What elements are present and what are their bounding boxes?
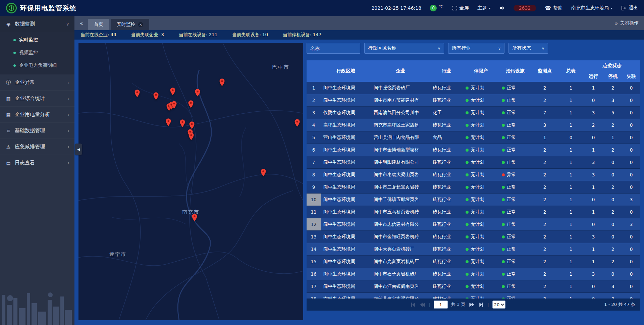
map-pin-icon[interactable]: [194, 89, 201, 97]
next-page-icon[interactable]: [469, 302, 475, 308]
last-page-icon[interactable]: [478, 302, 484, 308]
logout-button[interactable]: 退出: [621, 5, 638, 11]
cell-region: 阆中生态环境局: [321, 156, 371, 168]
table-row[interactable]: 3仪陇生态环境局西南油气田分公司川中化工无计划正常71350: [307, 107, 640, 119]
status-dot-icon: [502, 124, 505, 127]
stat-item: 当前失联设备:10: [232, 32, 268, 38]
map-panel[interactable]: 巴中市南充市遂宁市 ◀: [78, 43, 303, 320]
tabs-scroll-left-icon[interactable]: «: [78, 20, 85, 26]
facility-status-label: 正常: [507, 159, 516, 165]
map-pin-icon[interactable]: [219, 78, 225, 87]
map-collapse-button[interactable]: ◀: [75, 144, 82, 155]
table-row[interactable]: 14阆中生态环境局阆中大兴页岩机砖厂砖瓦行业无计划正常21120: [307, 243, 640, 256]
sidebar-item-realtime-monitoring[interactable]: 实时监控: [0, 34, 74, 46]
theme-dropdown[interactable]: 主题 ▾: [478, 5, 491, 11]
cell-points: 2: [531, 218, 558, 230]
alarm-count-badge[interactable]: 2632: [514, 5, 536, 11]
org-dropdown[interactable]: 南充市生态环境局 ▾: [571, 5, 612, 11]
prev-page-icon[interactable]: [419, 302, 425, 308]
fullscreen-button[interactable]: 全屏: [452, 5, 469, 11]
chevron-left-icon: ‹: [67, 80, 69, 85]
table-row[interactable]: 17阆中生态环境局阆中市江南镇阆南页岩砖瓦行业无计划正常21030: [307, 280, 640, 293]
table-row[interactable]: 10阆中生态环境局阆中千佛镇五郎垭页岩砖瓦行业无计划正常21003: [307, 194, 640, 206]
table-row[interactable]: 1阆中生态环境局阆中强锐页岩砖厂砖瓦行业无计划正常21120: [307, 82, 640, 94]
stat-label: 当前在线企业:: [80, 32, 109, 37]
name-filter-input[interactable]: [310, 43, 357, 53]
cell-meters: 1: [558, 119, 584, 131]
map-pin-icon[interactable]: [171, 101, 177, 109]
table-row[interactable]: 13阆中生态环境局阆中市金福旺页岩机砖砖瓦行业无计划正常21300: [307, 231, 640, 243]
stat-value: 147: [313, 32, 322, 37]
tab-首页[interactable]: 首页: [88, 19, 109, 30]
map-pin-icon[interactable]: [165, 118, 172, 127]
facility-status-label: 异常: [507, 172, 516, 178]
stats-bar: 当前在线企业:44当前失联企业:3当前在线设备:211当前失联设备:10当前停机…: [74, 30, 644, 40]
row-number: 5: [307, 131, 321, 144]
table-row[interactable]: 5营山生态环境局营山县润丰肉食品有限食品无计划正常10010: [307, 131, 640, 144]
sidebar-item-base-data-management[interactable]: ≋基础数据管理‹: [0, 123, 74, 139]
cell-facility-status: 异常: [499, 169, 531, 181]
table-row[interactable]: 11阆中生态环境局阆中市五马桥页岩机砖砖瓦行业无计划正常21120: [307, 206, 640, 218]
table-row[interactable]: 7阆中生态环境局阆中明阳建材有限公司砖瓦行业无计划正常21300: [307, 156, 640, 169]
sidebar-item-enterprise-statistics[interactable]: ▥企业综合统计‹: [0, 91, 74, 107]
table-row[interactable]: 9阆中生态环境局阆中市二龙长宝页岩砖砖瓦行业无计划正常21120: [307, 181, 640, 194]
cell-run: 3: [584, 231, 603, 243]
cell-run: 0: [584, 218, 603, 230]
map-pin-icon[interactable]: [189, 121, 195, 130]
cell-limit-status: 无计划: [463, 94, 499, 106]
sidebar-item-emergency-reduction[interactable]: ⚠应急减排管理‹: [0, 139, 74, 155]
map-pin-icon[interactable]: [191, 213, 198, 222]
help-button[interactable]: ☎ 帮助: [545, 5, 562, 11]
cell-index: 1: [307, 82, 321, 94]
status-dot-icon: [502, 223, 505, 226]
cell-run: 0: [584, 293, 603, 299]
column-subheader: 运行: [584, 71, 603, 82]
map-pin-icon[interactable]: [188, 132, 195, 141]
cell-points: 2: [531, 206, 558, 218]
map-city-label: 遂宁市: [109, 251, 126, 258]
app-header: 环保用电监管系统 2021-02-25 17:46:18 0 ℃ 全屏 主题 ▾…: [0, 0, 644, 16]
sidebar-item-data-monitoring[interactable]: ◉数据监测∨: [0, 16, 74, 32]
cell-index: 6: [307, 144, 321, 156]
name-filter-field[interactable]: [307, 43, 360, 54]
cell-stop: 2: [603, 181, 623, 193]
chevron-left-icon: ‹: [67, 96, 69, 101]
page-size-select[interactable]: 20: [492, 301, 505, 309]
table-row[interactable]: 12阆中生态环境局阆中市忠信建材有限公砖瓦行业无计划正常21003: [307, 218, 640, 231]
map-pin-icon[interactable]: [153, 92, 159, 101]
limit-status-label: 无计划: [471, 221, 484, 227]
table-row[interactable]: 16阆中生态环境局阆中市石子页岩机砖厂砖瓦行业无计划正常21300: [307, 268, 640, 280]
first-page-icon[interactable]: [410, 302, 416, 308]
region-select[interactable]: 行政区域名称 ∨: [364, 43, 444, 54]
map-pin-icon[interactable]: [134, 89, 141, 98]
limit-status-label: 无计划: [471, 296, 484, 299]
map-pin-icon[interactable]: [187, 100, 194, 109]
page-number-input[interactable]: [434, 301, 448, 309]
sidebar-item-log-view[interactable]: ▤日志查看‹: [0, 155, 74, 171]
map-pin-icon[interactable]: [179, 119, 186, 128]
sidebar-item-enterprise-anomaly[interactable]: ⓘ企业异常‹: [0, 74, 74, 91]
alarm-sound-button[interactable]: [499, 5, 505, 11]
map-pin-icon[interactable]: [260, 168, 267, 177]
cell-points: 2: [531, 169, 558, 181]
table-row[interactable]: 8阆中生态环境局阆中市枣碧大梁山页岩砖瓦行业无计划异常21300: [307, 169, 640, 181]
table-row[interactable]: 4高坪生态环境局南充市高坪区王家店建砖瓦行业无计划正常31220: [307, 119, 640, 131]
table-row[interactable]: 15阆中生态环境局阆中市光富页岩机砖厂砖瓦行业无计划正常21120: [307, 256, 640, 268]
sidebar-item-power-load-detail[interactable]: 企业电力负荷明细: [0, 59, 74, 72]
table-row[interactable]: 18南部生态环境局南部县建兴水泥有限公建材行业无计划正常21030: [307, 293, 640, 299]
cell-index: 13: [307, 231, 321, 243]
cell-lost: 0: [623, 268, 640, 280]
status-dot-icon: [502, 136, 505, 139]
status-select[interactable]: 所有状态 ∨: [508, 43, 548, 54]
industry-select[interactable]: 所有行业 ∨: [448, 43, 504, 54]
table-row[interactable]: 2阆中生态环境局阆中市南方节能建材有砖瓦行业无计划正常21030: [307, 94, 640, 107]
tab-实时监控[interactable]: 实时监控×: [111, 19, 149, 30]
close-operations-button[interactable]: » 关闭操作: [614, 20, 641, 26]
map-pin-icon[interactable]: [294, 119, 301, 127]
close-icon[interactable]: ×: [138, 22, 143, 27]
sidebar-item-power-usage-analysis[interactable]: ▦企业用电量分析‹: [0, 107, 74, 123]
sidebar-item-video-monitoring[interactable]: 视频监控: [0, 46, 74, 59]
cell-limit-status: 无计划: [463, 268, 499, 280]
table-row[interactable]: 6阆中生态环境局阆中市金博瑞新型墙材砖瓦行业无计划正常21120: [307, 144, 640, 156]
map-pin-icon[interactable]: [169, 87, 176, 96]
